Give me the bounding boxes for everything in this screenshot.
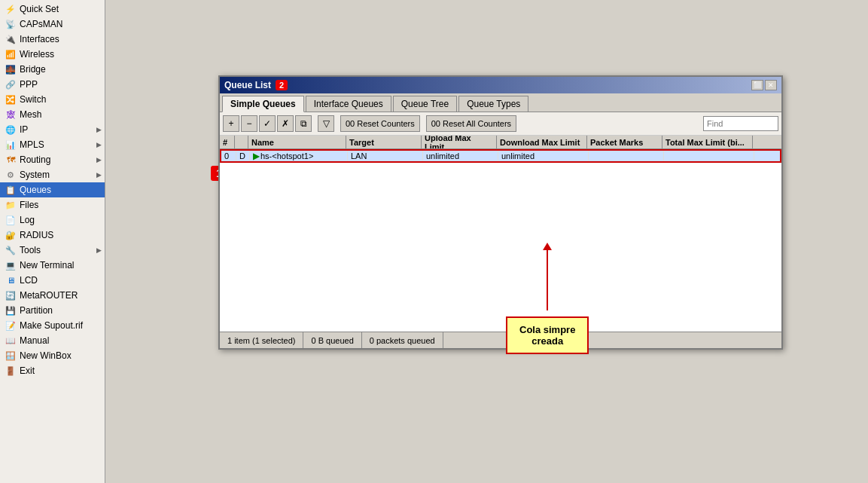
sidebar-label-exit: Exit: [20, 365, 35, 376]
status-items: 1 item (1 selected): [220, 332, 303, 348]
cell-num: 0: [221, 151, 236, 161]
lcd-icon: 🖥: [5, 274, 17, 286]
sidebar-item-make-supout[interactable]: 📝Make Supout.rif: [0, 318, 105, 333]
sidebar-label-queues: Queues: [20, 185, 51, 195]
partition-icon: 💾: [5, 304, 17, 316]
sidebar-label-bridge: Bridge: [20, 64, 46, 75]
sidebar-item-exit[interactable]: 🚪Exit: [0, 363, 105, 378]
switch-icon: 🔀: [5, 93, 17, 105]
sidebar-item-tools[interactable]: 🔧Tools▶: [0, 243, 105, 258]
ppp-icon: 🔗: [5, 78, 17, 90]
sidebar-label-mesh: Mesh: [20, 109, 41, 120]
sidebar-label-mpls: MPLS: [20, 139, 44, 150]
new-terminal-icon: 💻: [5, 259, 17, 271]
sidebar-item-interfaces[interactable]: 🔌Interfaces: [0, 32, 105, 47]
sidebar-item-lcd[interactable]: 🖥LCD: [0, 273, 105, 288]
sidebar-item-switch[interactable]: 🔀Switch: [0, 92, 105, 107]
metarouter-icon: 🔄: [5, 289, 17, 301]
sidebar-label-new-terminal: New Terminal: [20, 260, 74, 271]
close-button[interactable]: ✕: [765, 80, 777, 90]
col-header-name: Name: [248, 136, 346, 148]
tab-simple-queues[interactable]: Simple Queues: [222, 96, 304, 112]
sidebar-label-switch: Switch: [20, 94, 46, 105]
sidebar-item-partition[interactable]: 💾Partition: [0, 303, 105, 318]
cell-upload: unlimited: [423, 151, 498, 161]
sidebar-item-ppp[interactable]: 🔗PPP: [0, 77, 105, 92]
window-title-text: Queue List: [224, 80, 271, 90]
col-header-target: Target: [346, 136, 422, 148]
table-container: # Name Target Upload Max Limit Download …: [220, 136, 781, 332]
sidebar-item-wireless[interactable]: 📶Wireless: [0, 47, 105, 62]
main-area: 1 Queue List 2 ⬜ ✕ Simple Queues Interfa…: [105, 0, 868, 483]
mesh-icon: 🕸: [5, 109, 17, 121]
tab-interface-queues[interactable]: Interface Queues: [306, 96, 391, 112]
tools-arrow: ▶: [96, 246, 102, 254]
sidebar-label-lcd: LCD: [20, 275, 38, 286]
tab-queue-types[interactable]: Queue Types: [458, 96, 528, 112]
sidebar-item-metarouter[interactable]: 🔄MetaROUTER: [0, 288, 105, 303]
cell-name-text: hs-<hotspot1>: [260, 151, 313, 160]
col-header-download: Download Max Limit: [497, 136, 587, 148]
sidebar-label-ppp: PPP: [20, 79, 38, 90]
sidebar-item-manual[interactable]: 📖Manual: [0, 333, 105, 348]
sidebar-item-new-winbox[interactable]: 🪟New WinBox: [0, 348, 105, 363]
restore-button[interactable]: ⬜: [751, 80, 763, 90]
system-icon: ⚙: [5, 169, 17, 181]
routing-arrow: ▶: [96, 156, 102, 164]
sidebar-item-system[interactable]: ⚙System▶: [0, 167, 105, 182]
reset-counters-button[interactable]: 00 Reset Counters: [340, 115, 420, 132]
cell-name: ▶ hs-<hotspot1>: [250, 151, 348, 161]
sidebar-item-quick-set[interactable]: ⚡Quick Set: [0, 2, 105, 17]
sidebar-label-system: System: [20, 170, 50, 180]
col-header-num: #: [220, 136, 235, 148]
add-button[interactable]: +: [223, 115, 239, 132]
sidebar-item-bridge[interactable]: 🌉Bridge: [0, 62, 105, 77]
status-packets: 0 packets queued: [362, 332, 443, 348]
sidebar-item-mpls[interactable]: 📊MPLS▶: [0, 137, 105, 152]
cell-download: unlimited: [498, 151, 589, 161]
col-header-total: Total Max Limit (bi...: [662, 136, 753, 148]
remove-button[interactable]: −: [241, 115, 257, 132]
sidebar-item-mesh[interactable]: 🕸Mesh: [0, 107, 105, 122]
exit-icon: 🚪: [5, 365, 17, 377]
col-header-packet: Packet Marks: [587, 136, 662, 148]
sidebar-label-tools: Tools: [20, 245, 41, 255]
tab-bar: Simple Queues Interface Queues Queue Tre…: [220, 93, 781, 112]
cell-target: LAN: [348, 151, 423, 161]
enable-button[interactable]: ✓: [259, 115, 276, 132]
sidebar-label-interfaces: Interfaces: [20, 34, 59, 44]
cell-packet: [589, 151, 664, 161]
sidebar-item-files[interactable]: 📁Files: [0, 197, 105, 212]
sidebar-label-files: Files: [20, 200, 38, 210]
sidebar-item-ip[interactable]: 🌐IP▶: [0, 122, 105, 137]
statusbar: 1 item (1 selected) 0 B queued 0 packets…: [220, 332, 781, 348]
log-icon: 📄: [5, 214, 17, 226]
files-icon: 📁: [5, 199, 17, 211]
ip-arrow: ▶: [96, 126, 102, 133]
cell-d: D: [236, 151, 250, 161]
sidebar-item-radius[interactable]: 🔐RADIUS: [0, 228, 105, 243]
sidebar-label-partition: Partition: [20, 305, 53, 316]
sidebar-item-routing[interactable]: 🗺Routing▶: [0, 152, 105, 167]
sidebar-item-capsman[interactable]: 📡CAPsMAN: [0, 17, 105, 32]
sidebar-label-capsman: CAPsMAN: [20, 19, 62, 29]
find-input[interactable]: [703, 116, 778, 131]
sidebar-label-radius: RADIUS: [20, 230, 53, 240]
routing-icon: 🗺: [5, 154, 17, 166]
sidebar-item-log[interactable]: 📄Log: [0, 212, 105, 228]
tab-queue-tree[interactable]: Queue Tree: [393, 96, 457, 112]
sidebar-item-new-terminal[interactable]: 💻New Terminal: [0, 258, 105, 273]
sidebar-label-metarouter: MetaROUTER: [20, 290, 78, 301]
window-titlebar: Queue List 2 ⬜ ✕: [220, 77, 781, 93]
table-row[interactable]: 0 D ▶ hs-<hotspot1> LAN unlimited unlimi…: [220, 149, 781, 163]
bridge-icon: 🌉: [5, 63, 17, 75]
manual-icon: 📖: [5, 335, 17, 347]
sidebar-label-log: Log: [20, 215, 35, 225]
wireless-icon: 📶: [5, 48, 17, 60]
disable-button[interactable]: ✗: [277, 115, 294, 132]
copy-button[interactable]: ⧉: [295, 115, 312, 132]
filter-button[interactable]: ▽: [318, 115, 334, 132]
sidebar-item-queues[interactable]: 📋Queues: [0, 182, 105, 197]
reset-all-counters-button[interactable]: 00 Reset All Counters: [426, 115, 516, 132]
sidebar: ⚡Quick Set📡CAPsMAN🔌Interfaces📶Wireless🌉B…: [0, 0, 105, 483]
